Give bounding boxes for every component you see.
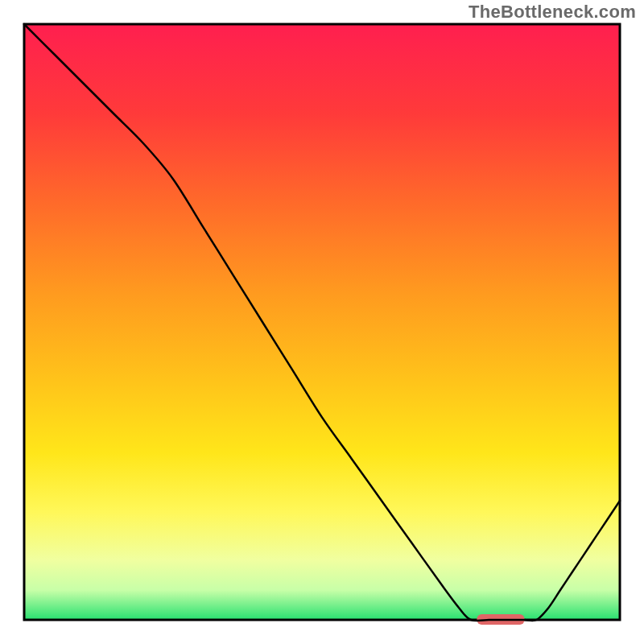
bottleneck-chart bbox=[0, 0, 644, 644]
chart-container: TheBottleneck.com bbox=[0, 0, 644, 644]
watermark-text: TheBottleneck.com bbox=[469, 2, 636, 23]
